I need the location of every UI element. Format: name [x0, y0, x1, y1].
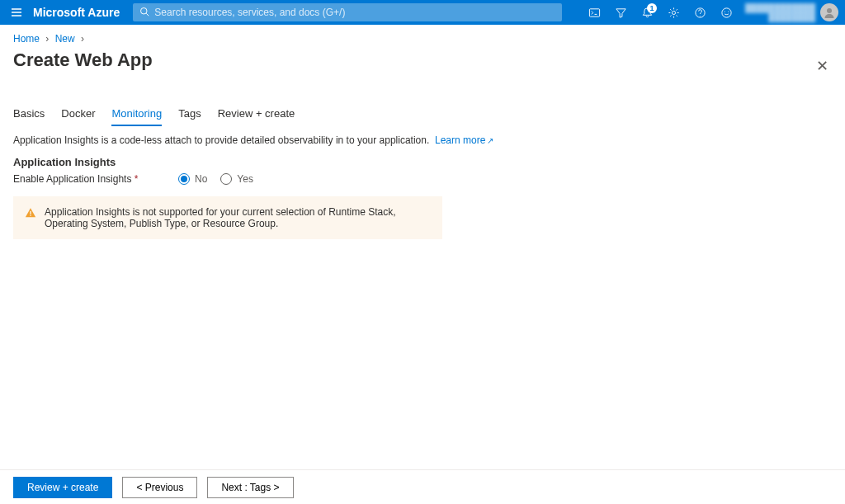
svg-point-0 — [141, 7, 148, 14]
radio-yes[interactable]: Yes — [220, 173, 253, 185]
hamburger-menu-icon[interactable] — [7, 2, 26, 22]
svg-rect-9 — [30, 211, 31, 214]
account-button[interactable]: ████████████████████ — [745, 3, 838, 21]
breadcrumb-new[interactable]: New — [55, 33, 75, 45]
chevron-right-icon: › — [81, 33, 84, 45]
footer-bar: Review + create < Previous Next : Tags > — [0, 469, 845, 504]
radio-yes-label: Yes — [237, 173, 253, 185]
directory-filter-icon[interactable] — [610, 1, 633, 24]
feedback-icon[interactable] — [715, 1, 739, 24]
enable-app-insights-row: Enable Application Insights * No Yes — [13, 173, 832, 185]
svg-point-5 — [722, 7, 731, 16]
required-asterisk: * — [135, 173, 139, 185]
learn-more-label: Learn more — [435, 134, 485, 146]
next-button[interactable]: Next : Tags > — [207, 477, 293, 498]
search-icon — [139, 7, 149, 19]
radio-dot-icon — [178, 173, 190, 185]
svg-point-8 — [827, 8, 832, 13]
page-content: Home › New › Create Web App ✕ Basics Doc… — [0, 25, 845, 469]
svg-rect-10 — [30, 215, 31, 216]
radio-no[interactable]: No — [178, 173, 207, 185]
breadcrumb-home[interactable]: Home — [13, 33, 40, 45]
close-icon[interactable]: ✕ — [813, 54, 832, 78]
intro-body: Application Insights is a code-less atta… — [13, 134, 429, 146]
avatar-icon — [820, 3, 838, 21]
tab-docker[interactable]: Docker — [61, 102, 95, 126]
search-input[interactable] — [154, 7, 555, 18]
svg-point-7 — [729, 11, 729, 12]
radio-dot-icon — [220, 173, 232, 185]
svg-line-1 — [147, 13, 149, 16]
radio-no-label: No — [195, 173, 207, 185]
breadcrumb: Home › New › — [13, 33, 832, 45]
notifications-icon[interactable]: 1 — [636, 1, 659, 24]
warning-box: Application Insights is not supported fo… — [13, 196, 442, 239]
brand-label[interactable]: Microsoft Azure — [33, 6, 120, 19]
svg-point-3 — [673, 11, 676, 14]
top-header: Microsoft Azure 1 ████████████████████ — [0, 0, 845, 25]
warning-triangle-icon — [25, 207, 36, 221]
account-label: ████████████████████ — [745, 3, 815, 21]
chevron-right-icon: › — [45, 33, 49, 45]
warning-text: Application Insights is not supported fo… — [45, 206, 431, 229]
tab-basics[interactable]: Basics — [13, 102, 45, 126]
tabs: Basics Docker Monitoring Tags Review + c… — [13, 102, 832, 126]
learn-more-link[interactable]: Learn more↗ — [435, 134, 493, 146]
cloud-shell-icon[interactable] — [583, 1, 607, 24]
svg-rect-2 — [590, 8, 600, 16]
tab-review-create[interactable]: Review + create — [218, 102, 295, 126]
help-icon[interactable] — [689, 1, 712, 24]
tab-tags[interactable]: Tags — [178, 102, 201, 126]
external-link-icon: ↗ — [487, 136, 493, 145]
previous-button[interactable]: < Previous — [122, 477, 197, 498]
enable-app-insights-radios: No Yes — [178, 173, 253, 185]
tab-monitoring[interactable]: Monitoring — [111, 102, 162, 126]
enable-app-insights-label: Enable Application Insights * — [13, 173, 178, 185]
section-application-insights: Application Insights — [13, 156, 832, 168]
page-title: Create Web App — [13, 49, 153, 71]
header-icons: 1 ████████████████████ — [583, 1, 838, 24]
settings-gear-icon[interactable] — [663, 1, 686, 24]
field-label-text: Enable Application Insights — [13, 173, 131, 185]
intro-text: Application Insights is a code-less atta… — [13, 134, 832, 146]
svg-point-6 — [725, 11, 725, 12]
global-search[interactable] — [133, 3, 562, 21]
notifications-badge: 1 — [647, 3, 657, 13]
review-create-button[interactable]: Review + create — [13, 477, 112, 498]
